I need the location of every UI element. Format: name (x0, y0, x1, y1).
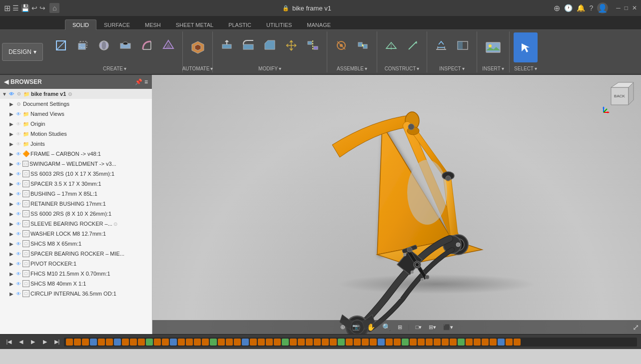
circlip-visibility-icon[interactable]: 👁 (15, 290, 22, 297)
automate-btn[interactable] (186, 32, 210, 62)
redo-icon[interactable]: ↪ (39, 4, 45, 12)
timeline-step-15[interactable] (178, 339, 185, 346)
shcs-m8-65-visibility-icon[interactable]: 👁 (15, 240, 22, 247)
browser-item-fhcs-m10[interactable]: ▶ 👁 □ FHCS M10 21.5mm X 0.70mm:1 (0, 269, 152, 279)
timeline-step-50[interactable] (458, 339, 465, 346)
browser-item-ss6000[interactable]: ▶ 👁 □ SS 6000 2RS (8 X 10 X 26mm):1 (0, 209, 152, 219)
browser-item-retainer-bushing[interactable]: ▶ 👁 □ RETAINER BUSHING 17mm:1 (0, 199, 152, 209)
design-button[interactable]: DESIGN ▾ (2, 43, 43, 61)
modify-label[interactable]: MODIFY ▾ (258, 66, 281, 71)
timeline-step-30[interactable] (298, 339, 305, 346)
browser-item-bushing[interactable]: ▶ 👁 □ BUSHING – 17mm X 85L:1 (0, 189, 152, 199)
timeline-step-28[interactable] (282, 339, 289, 346)
tab-plastic[interactable]: PLASTIC (221, 19, 259, 30)
fillet2-btn[interactable] (238, 32, 258, 58)
section-analysis-btn[interactable] (453, 32, 473, 58)
tab-utilities[interactable]: UTILITIES (259, 19, 299, 30)
user-icon[interactable]: 👤 (597, 2, 608, 13)
vp-camera-btn[interactable]: 📷 (350, 323, 362, 332)
close-btn[interactable]: ✕ (632, 4, 637, 11)
timeline-step-8[interactable] (122, 339, 129, 346)
tl-last-btn[interactable]: ▶| (52, 337, 62, 347)
timeline-step-3[interactable] (82, 339, 89, 346)
timeline-step-16[interactable] (186, 339, 193, 346)
timeline-step-6[interactable] (106, 339, 113, 346)
timeline-step-45[interactable] (418, 339, 425, 346)
hole-btn[interactable] (115, 32, 135, 58)
fillet-btn[interactable] (137, 32, 157, 58)
origin-visibility-icon[interactable]: 👁 (15, 120, 22, 127)
timeline-step-41[interactable] (386, 339, 393, 346)
retainer-bushing-visibility-icon[interactable]: 👁 (15, 200, 22, 207)
pivot-rocker-visibility-icon[interactable]: 👁 (15, 260, 22, 267)
timeline-step-40[interactable] (378, 339, 385, 346)
timeline-step-48[interactable] (442, 339, 449, 346)
ss6000-visibility-icon[interactable]: 👁 (15, 210, 22, 217)
browser-item-washer-lock[interactable]: ▶ 👁 □ WASHER LOCK M8 12.7mm:1 (0, 229, 152, 239)
create-sketch-btn[interactable] (51, 32, 71, 58)
timeline-step-44[interactable] (410, 339, 417, 346)
timeline-step-34[interactable] (330, 339, 337, 346)
clock-icon[interactable]: 🕐 (564, 4, 573, 12)
browser-item-shcs-m8-40[interactable]: ▶ 👁 □ SHCS M8 40mm X 1:1 (0, 279, 152, 289)
timeline-step-5[interactable] (98, 339, 105, 346)
select-btn[interactable] (514, 32, 538, 62)
browser-item-origin[interactable]: ▶ 👁 📁 Origin (0, 119, 152, 129)
browser-item-spacer35[interactable]: ▶ 👁 □ SPACER 3.5 X 17 X 30mm:1 (0, 179, 152, 189)
align-btn[interactable] (303, 32, 323, 58)
rigid-group-btn[interactable] (353, 32, 373, 58)
revolve-btn[interactable] (94, 32, 114, 58)
select-label[interactable]: SELECT ▾ (514, 66, 537, 71)
add-tab-btn[interactable]: ⊕ (554, 3, 560, 13)
timeline-step-51[interactable] (466, 339, 473, 346)
joint-btn[interactable] (331, 32, 351, 58)
timeline-step-55[interactable] (498, 339, 505, 346)
construct-plane-btn[interactable] (381, 32, 401, 58)
shell-btn[interactable] (158, 32, 178, 58)
browser-item-joints[interactable]: ▶ 👁 📁 Joints (0, 139, 152, 149)
extrude-btn[interactable] (72, 32, 92, 58)
root-visibility-icon[interactable]: 👁 (8, 90, 15, 97)
insert-label[interactable]: INSERT ▾ (482, 66, 504, 71)
browser-item-frame-carbon[interactable]: ▶ 👁 🔶 FRAME – CARBON -> v48:1 (0, 149, 152, 159)
collapse-browser-icon[interactable]: ◀ (4, 78, 8, 85)
timeline-step-42[interactable] (394, 339, 401, 346)
inspect-label[interactable]: INSPECT ▾ (439, 66, 464, 71)
browser-item-doc-settings[interactable]: ▶ ⚙ Document Settings (0, 99, 152, 109)
spacer-bearing-rocker-visibility-icon[interactable]: 👁 (15, 250, 22, 257)
timeline-step-43[interactable] (402, 339, 409, 346)
timeline-step-26[interactable] (266, 339, 273, 346)
tl-first-btn[interactable]: |◀ (4, 337, 14, 347)
bushing-visibility-icon[interactable]: 👁 (15, 190, 22, 197)
timeline-step-33[interactable] (322, 339, 329, 346)
motion-studies-visibility-icon[interactable]: 👁 (15, 130, 22, 137)
timeline-step-37[interactable] (354, 339, 361, 346)
maximize-btn[interactable]: □ (625, 4, 628, 11)
tab-sheet-metal[interactable]: SHEET METAL (168, 19, 221, 30)
move-btn[interactable] (281, 32, 301, 58)
vp-expand-btn[interactable]: ⤢ (633, 323, 639, 332)
browser-item-sleeve-bearing[interactable]: ▶ 👁 □ SLEEVE BEARING ROCKER –... ⊙ (0, 219, 152, 229)
timeline-step-21[interactable] (226, 339, 233, 346)
measure-btn[interactable] (431, 32, 451, 58)
browser-item-named-views[interactable]: ▶ 👁 📁 Named Views (0, 109, 152, 119)
timeline-step-35[interactable] (338, 339, 345, 346)
construct-axis-btn[interactable] (403, 32, 423, 58)
menu-icon[interactable]: ☰ (12, 4, 19, 12)
timeline-step-31[interactable] (306, 339, 313, 346)
timeline-step-39[interactable] (370, 339, 377, 346)
ss6003-visibility-icon[interactable]: 👁 (15, 170, 22, 177)
app-menu-icon[interactable]: ⊞ (4, 3, 10, 13)
timeline-step-56[interactable] (506, 339, 513, 346)
tl-play-btn[interactable]: ▶ (28, 337, 38, 347)
viewcube[interactable]: BACK (601, 80, 636, 115)
timeline-step-4[interactable] (90, 339, 97, 346)
timeline-step-9[interactable] (130, 339, 137, 346)
browser-item-pivot-rocker[interactable]: ▶ 👁 □ PIVOT ROCKER:1 (0, 259, 152, 269)
browser-root-item[interactable]: ▼ 👁 ⊙ 📁 bike frame v1 ⊙ (0, 89, 152, 99)
timeline-step-23[interactable] (242, 339, 249, 346)
create-label[interactable]: CREATE ▾ (103, 66, 126, 71)
timeline-step-53[interactable] (482, 339, 489, 346)
tab-surface[interactable]: SURFACE (96, 19, 137, 30)
vp-visual-style-btn[interactable]: ⬛▾ (441, 323, 455, 332)
